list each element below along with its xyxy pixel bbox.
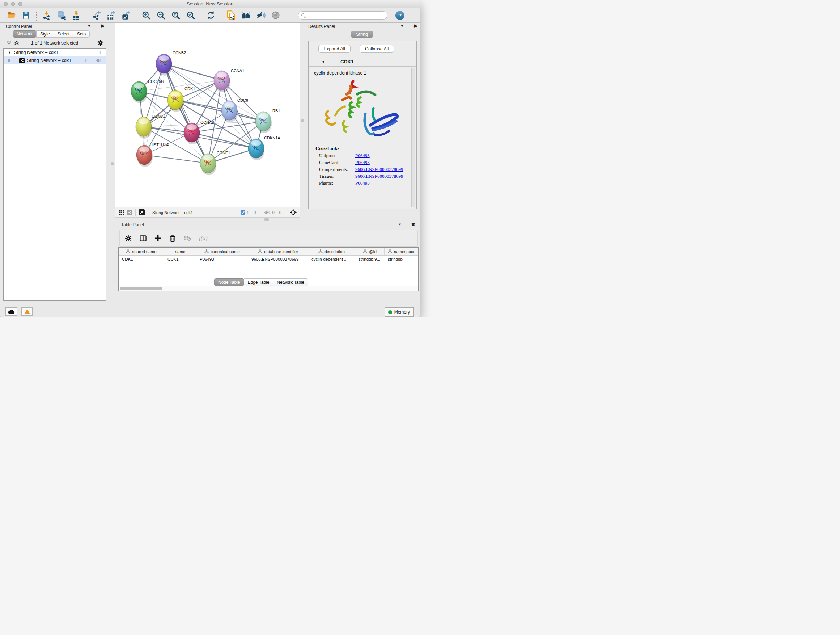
collection-expand-icon[interactable]: ▼ (8, 51, 11, 54)
column-header--id[interactable]: @id (355, 248, 385, 255)
scrollbar-thumb[interactable] (120, 287, 162, 290)
float-panel-icon[interactable] (94, 25, 97, 28)
grid-view-icon[interactable] (118, 210, 124, 215)
node-HIST1H1A[interactable] (136, 145, 153, 167)
import-table-button[interactable] (70, 9, 82, 21)
node-RB1[interactable] (256, 111, 272, 133)
crosslink-link[interactable]: 9606.ENSP00000378699 (355, 173, 403, 179)
entry-header[interactable]: ▼ CDK1 (309, 57, 416, 67)
tab-string[interactable]: String (351, 31, 373, 38)
memory-button[interactable]: Memory (385, 307, 414, 317)
tab-sets[interactable]: Sets (73, 30, 90, 38)
table-cell[interactable]: CDK1 (118, 256, 164, 263)
network-collection-row[interactable]: ▼ String Network – cdk1 1 (4, 49, 106, 57)
close-panel-icon[interactable]: ✖ (414, 24, 417, 29)
crosslink-link[interactable]: P06493 (355, 160, 370, 165)
node-CDK1[interactable] (167, 90, 184, 112)
expand-all-button[interactable]: Expand All (318, 45, 351, 53)
table-cell[interactable]: cyclin-dependent ... (308, 256, 355, 263)
edge-HIST1H1A-CCNE1[interactable] (144, 155, 208, 163)
table-cell[interactable]: stringdb (385, 256, 418, 263)
birdseye-view-icon[interactable] (139, 209, 145, 215)
crosslink-link[interactable]: 9606.ENSP00000378699 (355, 166, 403, 172)
zoom-selected-button[interactable] (185, 9, 197, 21)
export-table-button[interactable] (105, 9, 117, 21)
gear-icon[interactable] (125, 235, 132, 242)
collection-count: 1 (99, 50, 101, 55)
node-CCNE1[interactable] (200, 154, 216, 175)
column-header-database-identifier[interactable]: database identifier (248, 248, 308, 255)
close-panel-icon[interactable]: ✖ (411, 222, 415, 227)
string-show-button[interactable] (270, 9, 282, 21)
table-cell[interactable]: CDK1 (164, 256, 196, 263)
column-header-shared-name[interactable]: shared name (118, 248, 164, 255)
table-panel: Table Panel ▼ ✖ f(x) shared namenamecano… (115, 221, 420, 303)
splitter-handle-left[interactable] (111, 162, 114, 165)
column-header-description[interactable]: description (308, 248, 355, 255)
network-view-canvas[interactable]: CCNB2CCNA1CDC25BCDK1CDC6RB1CCNB1CCNA2CDK… (115, 23, 300, 207)
cloud-status-button[interactable] (5, 307, 17, 316)
crosslink-link[interactable]: P06493 (355, 153, 370, 158)
node-CCNB1[interactable] (136, 117, 152, 139)
network-graph[interactable]: CCNB2CCNA1CDC25BCDK1CDC6RB1CCNB1CCNA2CDK… (115, 23, 300, 206)
export-network-button[interactable] (90, 9, 103, 21)
tab-network[interactable]: Network (13, 30, 36, 38)
search-input[interactable] (305, 13, 387, 18)
export-image-button[interactable] (120, 9, 132, 21)
warning-status-button[interactable] (21, 307, 33, 316)
apply-style-button[interactable] (205, 9, 217, 21)
table-cell[interactable]: stringdb:9... (355, 256, 385, 263)
collapse-panel-icon[interactable]: ▼ (401, 24, 404, 28)
collapse-panel-icon[interactable]: ▼ (398, 223, 401, 226)
column-header-canonical-name[interactable]: canonical name (196, 248, 248, 255)
column-header-name[interactable]: name (164, 248, 196, 255)
open-session-button[interactable] (5, 9, 17, 21)
node-CCNB2[interactable] (156, 54, 172, 76)
float-panel-icon[interactable] (407, 25, 410, 28)
tab-edge-table[interactable]: Edge Table (244, 279, 273, 286)
string-home-button[interactable] (240, 9, 252, 21)
fit-crosshair-icon[interactable] (290, 209, 297, 216)
edge-CCNB2-CCNE1[interactable] (164, 64, 208, 163)
network-row[interactable]: String Network – cdk1 11 48 (4, 57, 106, 65)
tab-node-table[interactable]: Node Table (214, 279, 244, 286)
zoom-fit-button[interactable] (170, 9, 182, 21)
new-network-from-selection-button[interactable] (225, 9, 237, 21)
node-CDKN1A[interactable] (248, 139, 264, 160)
edge-CCNB2-HIST1H1A[interactable] (144, 64, 164, 155)
float-panel-icon[interactable] (405, 223, 408, 226)
collapse-panel-icon[interactable]: ▼ (88, 24, 91, 28)
tab-network-table[interactable]: Network Table (273, 279, 308, 286)
help-button[interactable]: ? (395, 11, 404, 20)
gear-icon[interactable] (97, 40, 103, 46)
node-CCNA2[interactable] (184, 123, 200, 144)
table-data-row[interactable]: CDK1CDK1P064939606.ENSP00000378699cyclin… (118, 256, 418, 263)
selected-checkbox-icon[interactable] (240, 210, 245, 215)
string-hide-glass-button[interactable] (255, 9, 267, 21)
crosslink-link[interactable]: P06493 (355, 180, 370, 186)
import-network-button[interactable] (40, 9, 52, 21)
node-label-CCNE1: CCNE1 (217, 150, 230, 155)
zoom-in-button[interactable] (140, 9, 152, 21)
tab-select[interactable]: Select (54, 30, 73, 38)
show-columns-icon[interactable] (140, 235, 147, 242)
close-panel-icon[interactable]: ✖ (101, 24, 104, 29)
tab-style[interactable]: Style (36, 30, 54, 38)
table-cell[interactable]: P06493 (196, 256, 248, 263)
column-header-namespace[interactable]: namespace (385, 248, 418, 255)
node-CDC6[interactable] (221, 101, 238, 122)
horizontal-scrollbar[interactable] (118, 286, 418, 291)
entry-expand-icon[interactable]: ▼ (322, 60, 325, 64)
delete-column-icon[interactable] (169, 235, 176, 242)
save-session-button[interactable] (20, 9, 32, 21)
vertical-scrollbar[interactable] (411, 68, 415, 207)
collapse-all-button[interactable]: Collapse All (360, 45, 394, 53)
table-cell[interactable]: 9606.ENSP00000378699 (248, 256, 308, 263)
zoom-out-button[interactable] (155, 9, 167, 21)
node-CDC25B[interactable] (131, 81, 147, 103)
add-column-icon[interactable] (155, 235, 161, 242)
import-network-from-database-button[interactable] (55, 9, 67, 21)
edge-CCNB2-CCNA1[interactable] (164, 64, 222, 80)
splitter-handle-bottom[interactable] (264, 218, 269, 221)
network-view-icon[interactable] (127, 210, 133, 215)
